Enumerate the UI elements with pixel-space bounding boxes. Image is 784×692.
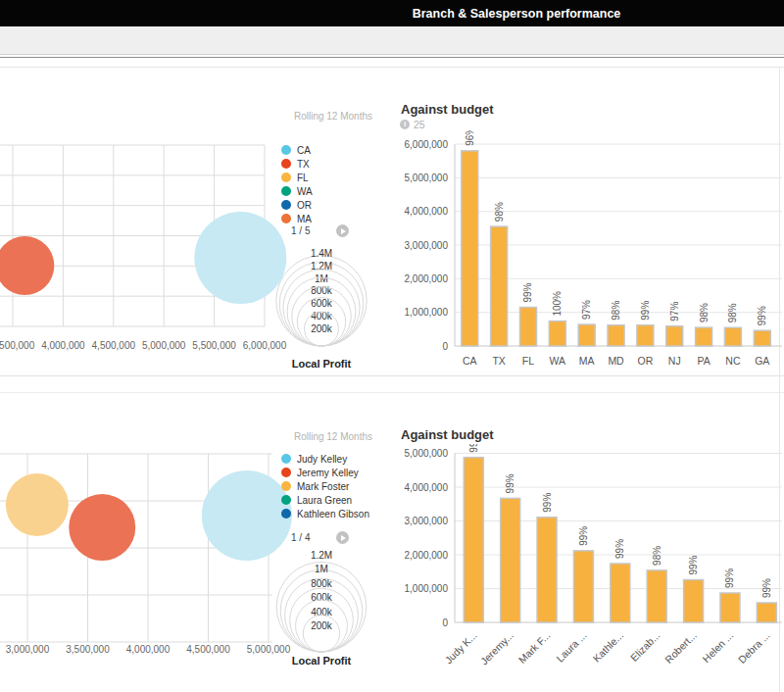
legend-label: Jeremy Kelley (297, 468, 359, 478)
bar-nc[interactable] (724, 327, 741, 346)
legend-label: WA (297, 186, 313, 197)
legend-label: FL (297, 173, 309, 183)
pagination-next-button[interactable] (336, 224, 349, 237)
bar-pa[interactable] (696, 327, 712, 346)
cat-label: TX (492, 355, 505, 367)
bar-jeremy-[interactable] (501, 498, 520, 622)
ytick-label: 3,000,000 (405, 240, 449, 251)
ytick-label: 4,000,000 (405, 482, 449, 493)
bar-elizab-[interactable] (647, 570, 666, 622)
size-legend-axis-label: Local Profit (268, 358, 375, 370)
cat-label: Mark F... (516, 629, 553, 666)
bar-ca[interactable] (462, 151, 478, 346)
legend-item-tx[interactable]: TX (281, 157, 313, 171)
pct-label: 97% (669, 302, 680, 321)
legend-item-jeremy-kelley[interactable]: Jeremy Kelley (281, 466, 369, 479)
pct-label: 98% (699, 303, 710, 322)
size-label-label: 1.2M (311, 550, 332, 561)
bar-mark-f-[interactable] (537, 518, 557, 622)
bubble-mark-foster[interactable] (6, 473, 69, 536)
bar-debra-[interactable] (757, 603, 776, 622)
bubble-tx[interactable] (0, 236, 54, 295)
legend-salesperson: Judy KelleyJeremy KelleyMark FosterLaura… (281, 452, 369, 520)
bar-kathle-[interactable] (611, 564, 630, 622)
cat-label: NC (725, 355, 741, 367)
legend-label: TX (297, 159, 310, 170)
legend-item-mark-foster[interactable]: Mark Foster (281, 479, 369, 493)
pct-label: 99% (523, 282, 534, 302)
cat-label: NJ (668, 355, 681, 367)
ytick-label: 1,000,000 (405, 583, 449, 594)
branch-against-budget: 6,000,0005,000,0004,000,0003,000,0002,00… (405, 126, 783, 367)
legend-item-judy-kelley[interactable]: Judy Kelley (281, 452, 369, 466)
ytick-label: 0 (442, 341, 448, 352)
bubble-judy-kelley[interactable] (202, 470, 292, 561)
bubble-jeremy-kelley[interactable] (69, 494, 135, 561)
legend-dot-icon (281, 468, 291, 477)
legend-item-or[interactable]: OR (281, 198, 313, 212)
legend-label: CA (297, 145, 311, 156)
info-row: 25 (400, 119, 425, 130)
size-label-label: 400k (311, 311, 333, 321)
cat-label: Helen ... (700, 629, 735, 665)
legend-branch: CATXFLWAORMA (281, 143, 313, 225)
pct-label: 99% (757, 306, 767, 325)
pagination-label: 1 / 5 (291, 225, 313, 236)
legend-dot-icon (281, 495, 291, 505)
ytick-label: 2,000,000 (405, 273, 449, 284)
pct-label: 99% (614, 539, 625, 559)
legend-item-ca[interactable]: CA (281, 143, 313, 157)
pagination-branch: 1 / 5 (291, 224, 349, 237)
bubble-ca[interactable] (194, 212, 286, 304)
legend-dot-icon (281, 159, 291, 169)
pagination-next-button[interactable] (336, 531, 349, 544)
cat-label: Laura ... (554, 629, 589, 665)
bar-ma[interactable] (578, 324, 595, 346)
legend-dot-icon (281, 186, 291, 196)
bar-md[interactable] (608, 325, 624, 346)
cat-label: Judy K... (442, 629, 478, 666)
legend-dot-icon (281, 481, 291, 491)
ytick-label: 6,000,000 (405, 139, 449, 150)
tick-label: 4,000,000 (126, 644, 171, 655)
period-label-branch: Rolling 12 Months (289, 111, 372, 122)
info-icon[interactable] (400, 120, 410, 129)
chart-title-branch-budget: Against budget (401, 102, 494, 117)
legend-item-laura-green[interactable]: Laura Green (281, 493, 369, 507)
cat-label: Elizab... (628, 629, 662, 664)
bar-ga[interactable] (754, 330, 770, 346)
pct-label: 99% (505, 473, 515, 493)
legend-item-wa[interactable]: WA (281, 184, 313, 198)
bar-fl[interactable] (520, 308, 537, 346)
dashboard-screen: Branch & Salesperson performance 3,500,0… (0, 0, 784, 692)
pct-label: 99% (761, 578, 772, 598)
ytick-label: 3,000,000 (405, 516, 449, 526)
cat-label: MD (608, 355, 624, 367)
bar-tx[interactable] (491, 226, 508, 346)
pct-label: 99% (640, 301, 651, 321)
charts-layer: 3,500,0004,000,0004,500,0005,000,0005,50… (0, 0, 784, 692)
pct-label: 98% (652, 546, 662, 566)
bar-or[interactable] (637, 325, 654, 346)
legend-item-kathleen-gibson[interactable]: Kathleen Gibson (281, 507, 369, 520)
pagination-salesperson: 1 / 4 (291, 531, 349, 544)
period-label-salesperson: Rolling 12 Months (289, 431, 372, 442)
ytick-label: 1,000,000 (405, 307, 449, 318)
bar-helen-[interactable] (720, 593, 740, 622)
size-legend-axis-label: Local Profit (268, 655, 375, 667)
legend-item-fl[interactable]: FL (281, 171, 313, 184)
tick-label: 5,000,000 (247, 644, 291, 655)
bar-robert-[interactable] (684, 580, 704, 622)
pct-label: 99% (724, 568, 735, 588)
tick-label: 3,000,000 (6, 644, 50, 655)
cat-label: OR (638, 355, 654, 367)
bar-nj[interactable] (666, 326, 683, 346)
legend-item-ma[interactable]: MA (281, 212, 313, 225)
size-label-label: 800k (311, 578, 333, 589)
bar-wa[interactable] (549, 321, 565, 346)
bar-laura-[interactable] (573, 551, 593, 622)
bar-judy-k-[interactable] (464, 458, 483, 622)
legend-dot-icon (281, 173, 291, 182)
size-label-label: 1.4M (311, 248, 332, 259)
ytick-label: 5,000,000 (405, 448, 449, 459)
